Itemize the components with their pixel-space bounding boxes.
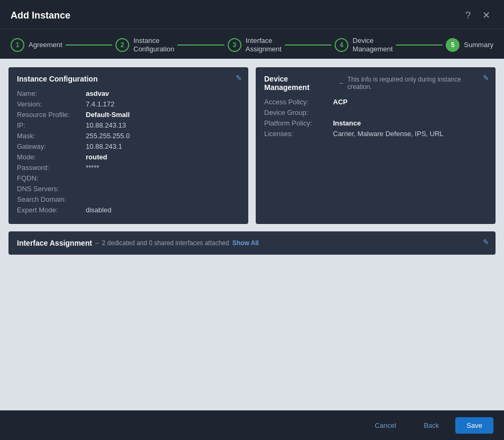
step-1-circle: 1: [11, 38, 24, 52]
step-5-circle: 5: [446, 38, 460, 52]
main-content: Instance Configuration ✎ Name: asdvav Ve…: [0, 59, 504, 410]
modal-header: Add Instance ? ✕: [0, 0, 504, 29]
modal-footer: Cancel Back Save: [0, 410, 504, 440]
connector-2-3: [177, 44, 224, 46]
cards-row: Instance Configuration ✎ Name: asdvav Ve…: [8, 67, 496, 224]
field-password: Password: *****: [17, 164, 240, 172]
step-3-circle: 3: [228, 38, 241, 52]
instance-config-edit-icon[interactable]: ✎: [236, 74, 242, 82]
field-search-domain: Search Domain:: [17, 195, 240, 203]
back-button[interactable]: Back: [412, 417, 450, 434]
field-resource-profile: Resource Profile: Default-Small: [17, 111, 240, 119]
interface-assignment-card: Interface Assignment – 2 dedicated and 0…: [8, 231, 496, 255]
device-management-card: Device Management – This info is require…: [256, 67, 496, 224]
step-4-circle: 4: [335, 38, 348, 52]
interface-assignment-edit-icon[interactable]: ✎: [483, 238, 489, 246]
help-icon: ?: [465, 10, 471, 21]
close-icon: ✕: [482, 10, 490, 21]
connector-4-5: [396, 44, 443, 46]
step-3[interactable]: 3 Interface Assignment: [228, 37, 282, 53]
field-version: Version: 7.4.1.172: [17, 100, 240, 108]
instance-config-title: Instance Configuration: [17, 75, 240, 83]
field-fqdn: FQDN:: [17, 174, 240, 182]
help-button[interactable]: ?: [462, 9, 474, 22]
step-5-label: Summary: [464, 41, 493, 49]
connector-3-4: [285, 44, 331, 46]
step-2-circle: 2: [115, 38, 129, 52]
step-1-label: Agreement: [29, 41, 62, 49]
field-expert-mode: Expert Mode: disabled: [17, 206, 240, 214]
field-name: Name: asdvav: [17, 89, 240, 97]
header-icons: ? ✕: [462, 8, 493, 22]
save-button[interactable]: Save: [455, 417, 493, 434]
cancel-button[interactable]: Cancel: [364, 417, 407, 434]
step-2[interactable]: 2 Instance Configuration: [115, 37, 174, 53]
connector-1-2: [66, 44, 112, 46]
field-access-policy: Access Policy: ACP: [264, 98, 487, 106]
step-5[interactable]: 5 Summary: [446, 38, 493, 52]
step-2-label: Instance Configuration: [133, 37, 174, 53]
field-gateway: Gateway: 10.88.243.1: [17, 142, 240, 150]
field-ip: IP: 10.88.243.13: [17, 121, 240, 129]
field-licenses: Licenses: Carrier, Malware Defense, IPS,…: [264, 130, 487, 138]
device-management-title: Device Management – This info is require…: [264, 75, 487, 92]
field-mask: Mask: 255.255.255.0: [17, 132, 240, 140]
step-4[interactable]: 4 Device Management: [335, 37, 393, 53]
step-4-label: Device Management: [353, 37, 393, 53]
instance-config-card: Instance Configuration ✎ Name: asdvav Ve…: [8, 67, 248, 224]
close-button[interactable]: ✕: [479, 8, 493, 22]
modal-title: Add Instance: [11, 10, 70, 21]
field-dns: DNS Servers:: [17, 185, 240, 193]
field-device-group: Device Group:: [264, 109, 487, 116]
field-platform-policy: Platform Policy: Instance: [264, 119, 487, 127]
field-mode: Mode: routed: [17, 153, 240, 161]
step-1[interactable]: 1 Agreement: [11, 38, 62, 52]
interface-assignment-title: Interface Assignment – 2 dedicated and 0…: [17, 239, 487, 247]
step-3-label: Interface Assignment: [246, 37, 282, 53]
show-all-link[interactable]: Show All: [232, 239, 259, 247]
wizard-steps: 1 Agreement 2 Instance Configuration 3 I…: [0, 29, 504, 59]
device-management-edit-icon[interactable]: ✎: [483, 74, 489, 82]
modal: Add Instance ? ✕ 1 Agreement 2 Instance …: [0, 0, 504, 440]
